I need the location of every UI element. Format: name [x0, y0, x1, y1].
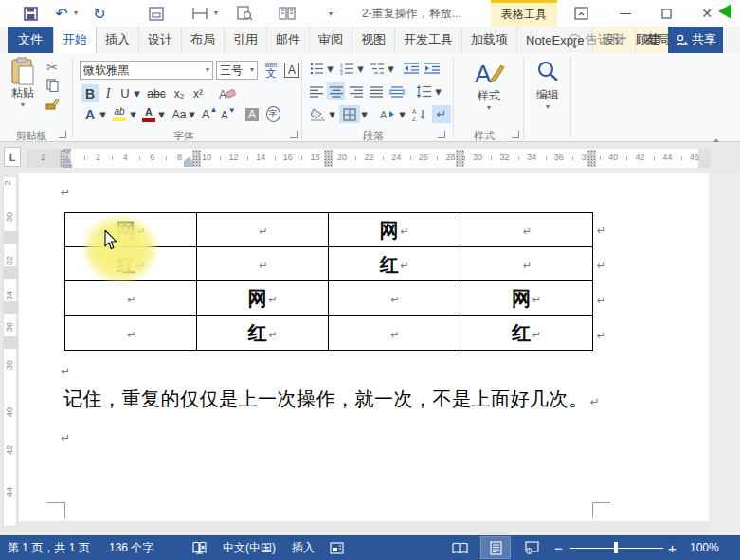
highlight-color-button[interactable]: ab — [110, 105, 129, 123]
web-layout-button[interactable] — [517, 537, 546, 558]
undo-button[interactable]: ↶ — [52, 3, 71, 24]
zoom-out-button[interactable]: − — [554, 535, 563, 560]
format-painter-button[interactable] — [42, 95, 63, 111]
font-color-button[interactable]: A — [140, 105, 157, 123]
body-paragraph[interactable]: 记住，重复的仅仅是上一次操作，就一次，不是上面好几次。↵ — [63, 387, 608, 412]
user-name[interactable]: 顾建 — [636, 27, 660, 53]
zoom-level[interactable]: 100% — [690, 535, 719, 560]
table-cell-r1c2[interactable]: ↵ — [197, 213, 329, 247]
tab-file[interactable]: 文件 — [8, 27, 53, 53]
insert-break-button[interactable] — [190, 3, 210, 24]
hanging-indent-marker[interactable] — [63, 156, 72, 163]
zoom-slider-thumb[interactable] — [614, 542, 618, 553]
tab-设计[interactable]: 设计 — [139, 27, 182, 53]
borders-button[interactable] — [339, 105, 360, 123]
table-cell-r2c3[interactable]: 红↵ — [329, 247, 460, 281]
tab-加载项[interactable]: 加载项 — [462, 27, 517, 53]
underline-button[interactable]: U — [117, 84, 133, 102]
clipboard-dialog-launcher[interactable] — [59, 131, 66, 138]
line-spacing-dropdown-icon[interactable]: ▾ — [434, 82, 442, 100]
show-hide-marks-button[interactable]: ↵ — [432, 105, 451, 123]
change-case-button[interactable]: Aa — [169, 105, 190, 123]
undo-dropdown-icon[interactable]: ▾ — [72, 3, 80, 24]
table-cell-r3c2[interactable]: 网↵ — [197, 281, 329, 316]
table-cell-r3c3[interactable]: ↵ — [329, 281, 460, 316]
distribute-button[interactable] — [387, 82, 406, 100]
font-size-combo[interactable]: 三号 ▾ — [216, 61, 258, 80]
font-name-combo[interactable]: 微软雅黑 ▾ — [80, 61, 213, 80]
character-scaling-button[interactable]: A — [375, 105, 398, 123]
paragraph-dialog-launcher[interactable] — [438, 131, 445, 138]
phonetic-guide-button[interactable]: wén 文 — [262, 59, 280, 81]
paste-button[interactable]: 粘贴 ▾ — [6, 57, 40, 109]
save-button[interactable] — [21, 3, 40, 24]
cut-button[interactable]: ✂ — [42, 59, 63, 75]
tab-引用[interactable]: 引用 — [225, 27, 267, 53]
qat-customize-button[interactable]: ▾ — [324, 3, 337, 24]
print-layout-button[interactable] — [481, 537, 510, 558]
table-cell-r3c4[interactable]: 网↵ — [460, 281, 592, 316]
grow-font-button[interactable]: A▲ — [201, 105, 218, 123]
horizontal-ruler[interactable]: 2246810121416182022242628303234363840424… — [27, 149, 711, 168]
change-case-dropdown-icon[interactable]: ▾ — [188, 105, 196, 123]
character-shading-button[interactable]: A — [243, 105, 262, 123]
table-column-marker[interactable] — [587, 150, 596, 167]
text-effects-button[interactable]: A — [81, 105, 99, 123]
strikethrough-button[interactable]: abc — [144, 84, 169, 102]
vertical-ruler[interactable]: 23032343638404244 — [3, 176, 17, 527]
macro-record-status[interactable] — [330, 535, 344, 560]
table-cell-r4c1[interactable]: ↵ — [65, 316, 197, 350]
copy-button[interactable] — [42, 77, 63, 93]
tab-插入[interactable]: 插入 — [97, 27, 139, 53]
underline-dropdown-icon[interactable]: ▾ — [133, 84, 141, 102]
table-column-marker[interactable] — [456, 150, 464, 167]
table-cell-r3c1[interactable]: ↵ — [65, 281, 197, 316]
break-dropdown-icon[interactable]: ▾ — [212, 3, 220, 24]
table-column-marker[interactable] — [192, 150, 201, 167]
minimize-button[interactable]: — — [613, 4, 638, 23]
word-count-status[interactable]: 136 个字 — [109, 535, 153, 560]
decrease-indent-button[interactable] — [402, 60, 421, 77]
tab-邮件[interactable]: 邮件 — [267, 27, 310, 53]
superscript-button[interactable]: x² — [190, 84, 207, 102]
enclose-characters-button[interactable]: 字 — [263, 105, 282, 123]
ribbon-display-options-button[interactable] — [569, 4, 593, 23]
close-button[interactable]: ✕ — [695, 4, 719, 23]
read-mode-button[interactable] — [445, 537, 474, 558]
table-column-marker[interactable] — [324, 150, 333, 167]
repeat-button[interactable]: ↻ — [90, 3, 109, 24]
styles-dialog-launcher[interactable] — [512, 131, 519, 138]
tab-审阅[interactable]: 审阅 — [310, 27, 352, 53]
italic-button[interactable]: I — [100, 84, 116, 102]
tab-视图[interactable]: 视图 — [352, 27, 395, 53]
share-button[interactable]: 共享 — [668, 27, 723, 53]
touch-mode-button[interactable] — [147, 3, 166, 24]
align-right-button[interactable] — [347, 82, 365, 100]
left-indent-marker[interactable] — [63, 164, 72, 168]
line-spacing-button[interactable] — [413, 82, 434, 100]
numbering-dropdown-icon[interactable]: ▾ — [356, 60, 365, 77]
table-cell-r2c4[interactable]: ↵ — [460, 247, 592, 281]
first-line-indent-marker[interactable] — [63, 149, 72, 155]
tab-布局[interactable]: 布局 — [182, 27, 225, 53]
align-center-button[interactable] — [327, 82, 345, 100]
multiple-pages-button[interactable] — [277, 3, 298, 24]
align-left-button[interactable] — [307, 82, 325, 100]
table-cell-r1c3[interactable]: 网↵ — [329, 213, 460, 247]
maximize-button[interactable] — [654, 4, 678, 23]
justify-button[interactable] — [367, 82, 385, 100]
bold-button[interactable]: B — [81, 84, 99, 102]
clear-formatting-button[interactable]: A — [216, 84, 239, 102]
shading-button[interactable] — [307, 105, 328, 123]
character-border-button[interactable]: A — [282, 59, 301, 81]
text-effects-dropdown-icon[interactable]: ▾ — [99, 105, 107, 123]
table-cell-r2c2[interactable]: ↵ — [197, 247, 329, 281]
table-cell-r4c2[interactable]: 红↵ — [197, 316, 329, 350]
zoom-in-button[interactable]: + — [668, 535, 677, 560]
editing-button[interactable]: 编辑 ▾ — [529, 60, 567, 111]
bullets-button[interactable] — [307, 60, 326, 77]
proofing-status[interactable] — [192, 535, 207, 560]
tab-开始[interactable]: 开始 — [53, 27, 97, 53]
multilevel-list-button[interactable] — [368, 60, 387, 77]
tell-me-box[interactable]: 告诉我 — [569, 27, 623, 53]
